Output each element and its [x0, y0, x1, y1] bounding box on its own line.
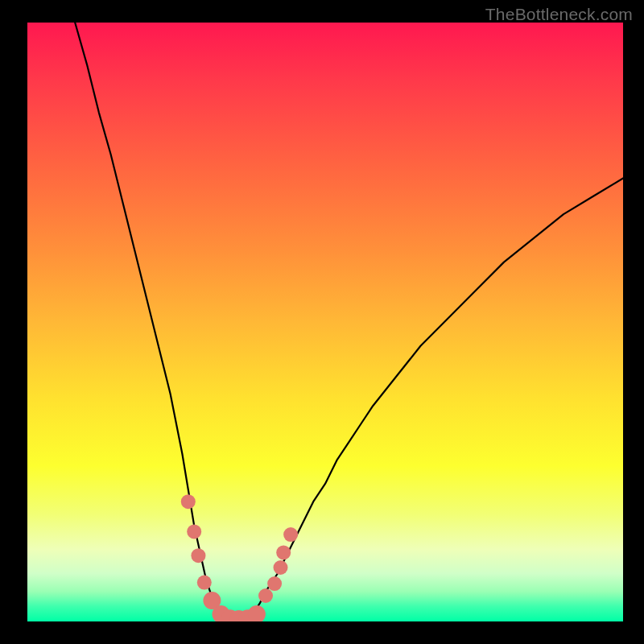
curve-marker [267, 576, 282, 591]
curve-marker [274, 560, 288, 575]
watermark-text: TheBottleneck.com [485, 5, 633, 24]
curve-markers [181, 494, 298, 621]
chart-svg [27, 23, 623, 621]
curve-marker [258, 588, 273, 603]
chart-frame: TheBottleneck.com [0, 0, 644, 644]
curve-marker [197, 576, 212, 590]
curve-marker [181, 494, 196, 509]
curve-marker [276, 545, 291, 559]
curve-marker [191, 548, 205, 563]
bottleneck-curve [75, 23, 623, 619]
curve-marker [283, 527, 298, 542]
curve-path [75, 23, 623, 619]
curve-marker [187, 524, 201, 539]
chart-plot-area [27, 23, 623, 621]
curve-marker [248, 605, 266, 621]
